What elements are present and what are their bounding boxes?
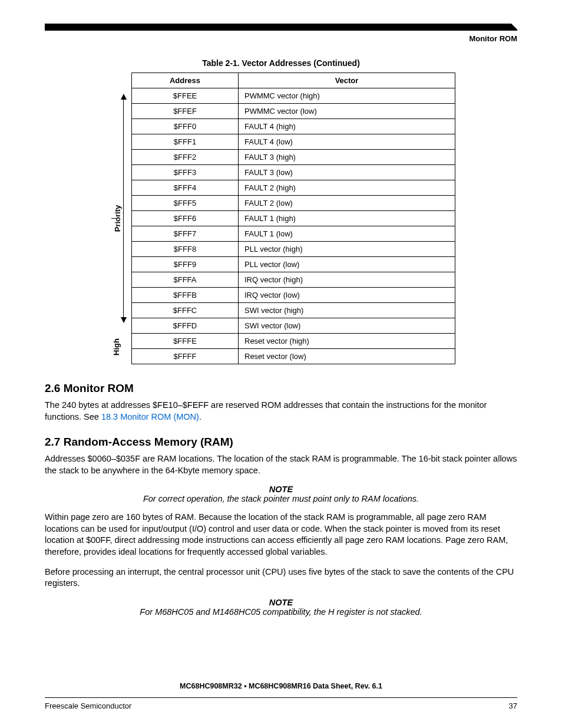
table-row: $FFFFReset vector (low) (132, 349, 455, 364)
cell-address: $FFFC (132, 303, 239, 318)
note-body-2: For M68HC05 and M1468HC05 compatibility,… (45, 607, 517, 617)
table-row: $FFFBIRQ vector (low) (132, 288, 455, 303)
cell-vector: FAULT 1 (low) (239, 226, 455, 242)
cell-vector: SWI vector (high) (239, 303, 455, 318)
cell-vector: FAULT 3 (high) (239, 150, 455, 165)
cell-address: $FFF8 (132, 242, 239, 257)
cell-vector: FAULT 1 (high) (239, 211, 455, 226)
cell-address: $FFEE (132, 88, 239, 104)
cell-vector: Reset vector (low) (239, 349, 455, 364)
cell-vector: IRQ vector (high) (239, 272, 455, 288)
table-row: $FFF7FAULT 1 (low) (132, 226, 455, 242)
cell-address: $FFF3 (132, 165, 239, 180)
table-row: $FFF4FAULT 2 (high) (132, 180, 455, 196)
cell-address: $FFFA (132, 272, 239, 288)
table-row: $FFFCSWI vector (high) (132, 303, 455, 318)
table-caption: Table 2-1. Vector Addresses (Continued) (45, 58, 517, 68)
paragraph-2-7-3: Before processing an interrupt, the cent… (45, 566, 517, 589)
high-label: High (112, 338, 121, 355)
cell-vector: PWMMC vector (low) (239, 104, 455, 119)
cell-vector: PWMMC vector (high) (239, 88, 455, 104)
cell-address: $FFFE (132, 334, 239, 349)
cell-vector: FAULT 3 (low) (239, 165, 455, 180)
paragraph-2-6: The 240 bytes at addresses $FE10–$FEFF a… (45, 400, 517, 423)
cell-vector: PLL vector (low) (239, 257, 455, 272)
cell-address: $FFF1 (132, 134, 239, 150)
cell-vector: SWI vector (low) (239, 318, 455, 334)
cell-address: $FFFD (132, 318, 239, 334)
priority-arrow: Priority High (107, 73, 131, 364)
text: . (199, 412, 201, 421)
note-heading-2: NOTE (45, 598, 517, 607)
cell-address: $FFFF (132, 349, 239, 364)
link-monitor-rom[interactable]: 18.3 Monitor ROM (MON) (101, 412, 199, 421)
header-bar (45, 24, 517, 31)
vector-addresses-table: Address Vector $FFEEPWMMC vector (high)$… (131, 73, 455, 364)
paragraph-2-7-2: Within page zero are 160 bytes of RAM. B… (45, 512, 517, 558)
cell-vector: PLL vector (high) (239, 242, 455, 257)
table-row: $FFF1FAULT 4 (low) (132, 134, 455, 150)
table-row: $FFEEPWMMC vector (high) (132, 88, 455, 104)
priority-label: Priority (113, 205, 122, 232)
cell-address: $FFF0 (132, 119, 239, 134)
table-row: $FFFDSWI vector (low) (132, 318, 455, 334)
cell-address: $FFF7 (132, 226, 239, 242)
heading-2-7: 2.7 Random-Access Memory (RAM) (45, 436, 517, 449)
heading-2-6: 2.6 Monitor ROM (45, 382, 517, 395)
table-row: $FFFAIRQ vector (high) (132, 272, 455, 288)
note-body-1: For correct operation, the stack pointer… (45, 494, 517, 503)
cell-vector: FAULT 2 (high) (239, 180, 455, 196)
header-section-label: Monitor ROM (45, 34, 517, 43)
cell-address: $FFFB (132, 288, 239, 303)
footer-page-number: 37 (509, 701, 517, 710)
table-row: $FFEFPWMMC vector (low) (132, 104, 455, 119)
table-row: $FFF9PLL vector (low) (132, 257, 455, 272)
cell-vector: FAULT 4 (low) (239, 134, 455, 150)
table-row: $FFF0FAULT 4 (high) (132, 119, 455, 134)
paragraph-2-7-1: Addresses $0060–$035F are RAM locations.… (45, 453, 517, 476)
note-heading-1: NOTE (45, 485, 517, 494)
cell-address: $FFF5 (132, 196, 239, 211)
table-row: $FFF3FAULT 3 (low) (132, 165, 455, 180)
cell-vector: IRQ vector (low) (239, 288, 455, 303)
table-row: $FFFEReset vector (high) (132, 334, 455, 349)
table-row: $FFF8PLL vector (high) (132, 242, 455, 257)
col-address: Address (132, 73, 239, 88)
cell-address: $FFF6 (132, 211, 239, 226)
col-vector: Vector (239, 73, 455, 88)
cell-address: $FFF4 (132, 180, 239, 196)
footer-rule (45, 697, 517, 698)
cell-vector: Reset vector (high) (239, 334, 455, 349)
footer-company: Freescale Semiconductor (45, 701, 131, 710)
cell-vector: FAULT 2 (low) (239, 196, 455, 211)
cell-address: $FFEF (132, 104, 239, 119)
table-row: $FFF5FAULT 2 (low) (132, 196, 455, 211)
cell-address: $FFF9 (132, 257, 239, 272)
cell-vector: FAULT 4 (high) (239, 119, 455, 134)
table-row: $FFF2FAULT 3 (high) (132, 150, 455, 165)
table-row: $FFF6FAULT 1 (high) (132, 211, 455, 226)
footer-doc-title: MC68HC908MR32 • MC68HC908MR16 Data Sheet… (45, 682, 517, 690)
cell-address: $FFF2 (132, 150, 239, 165)
